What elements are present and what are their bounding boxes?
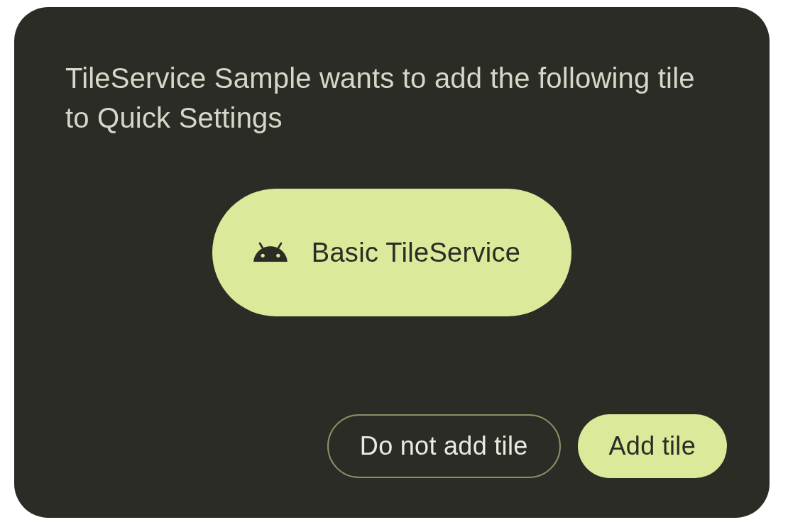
android-icon [252, 234, 289, 271]
tile-label: Basic TileService [312, 238, 520, 268]
add-tile-dialog: TileService Sample wants to add the foll… [14, 7, 770, 518]
do-not-add-tile-button[interactable]: Do not add tile [327, 414, 561, 478]
dialog-message: TileService Sample wants to add the foll… [65, 58, 718, 138]
dialog-button-row: Do not add tile Add tile [65, 414, 727, 478]
add-tile-button[interactable]: Add tile [578, 414, 727, 478]
tile-preview: Basic TileService [212, 189, 571, 316]
tile-preview-container: Basic TileService [65, 189, 718, 316]
